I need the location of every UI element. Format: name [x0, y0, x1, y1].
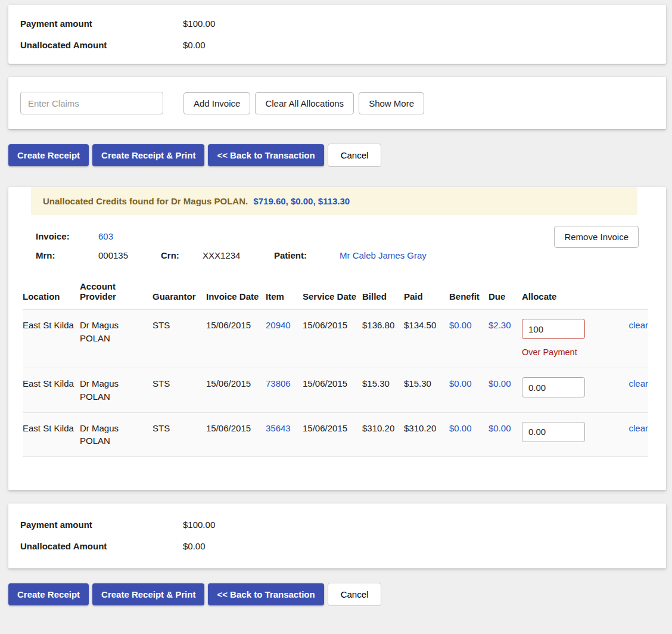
cancel-button[interactable]: Cancel [328, 583, 382, 606]
cell-guarantor: STS [153, 412, 206, 457]
payment-amount-row: Payment amount $100.00 [20, 18, 654, 29]
create-receipt-button[interactable]: Create Receipt [8, 583, 89, 605]
create-receipt-button[interactable]: Create Receipt [8, 144, 89, 166]
cell-service-date: 15/06/2015 [303, 310, 362, 368]
create-receipt-print-button[interactable]: Create Receipt & Print [92, 144, 204, 166]
benefit-link[interactable]: $0.00 [449, 378, 472, 389]
allocate-input[interactable] [522, 319, 585, 339]
benefit-link[interactable]: $0.00 [449, 423, 472, 433]
invoice-info: Invoice: 603 Mrn: 000135 Crn: XXX1234 Pa… [8, 215, 666, 260]
payment-amount-value: $100.00 [183, 520, 215, 530]
item-link[interactable]: 35643 [266, 423, 291, 433]
claims-input[interactable] [20, 92, 163, 114]
patient-details-row: Mrn: 000135 Crn: XXX1234 Patient: Mr Cal… [36, 250, 639, 260]
cancel-button[interactable]: Cancel [328, 144, 382, 167]
header-account-provider: Account Provider [80, 281, 153, 310]
header-allocate: Allocate [522, 281, 615, 310]
cell-provider: Dr Magus POLAN [80, 368, 153, 413]
table-row: East St Kilda Dr Magus POLAN STS 15/06/2… [23, 310, 648, 368]
due-link[interactable]: $2.30 [489, 320, 511, 330]
cell-benefit: $0.00 [449, 310, 489, 368]
claims-toolbar: Add Invoice Clear All Allocations Show M… [8, 77, 666, 129]
payment-amount-label: Payment amount [20, 18, 183, 29]
cell-allocate [522, 368, 615, 413]
allocate-input[interactable] [522, 377, 585, 397]
header-clear [615, 281, 648, 310]
cell-provider: Dr Magus POLAN [80, 310, 153, 368]
back-to-transaction-button[interactable]: << Back to Transaction [208, 583, 323, 605]
allocation-table-wrap: Location Account Provider Guarantor Invo… [8, 269, 666, 457]
header-guarantor: Guarantor [153, 281, 206, 310]
clear-all-allocations-button[interactable]: Clear All Allocations [255, 92, 354, 114]
clear-link[interactable]: clear [629, 423, 648, 433]
cell-location: East St Kilda [23, 412, 80, 457]
cell-due: $0.00 [489, 412, 522, 457]
header-location: Location [23, 281, 80, 310]
cell-billed: $310.20 [362, 412, 404, 457]
mrn-label: Mrn: [36, 250, 98, 260]
clear-link[interactable]: clear [629, 378, 648, 389]
item-link[interactable]: 73806 [266, 378, 291, 389]
cell-invoice-date: 15/06/2015 [206, 310, 266, 368]
create-receipt-print-button[interactable]: Create Receipt & Print [92, 583, 204, 605]
add-invoice-button[interactable]: Add Invoice [183, 92, 250, 114]
header-service-date: Service Date [303, 281, 362, 310]
invoice-label: Invoice: [36, 231, 98, 241]
header-paid: Paid [404, 281, 449, 310]
invoice-number-row: Invoice: 603 [36, 231, 639, 241]
benefit-link[interactable]: $0.00 [449, 320, 472, 330]
unallocated-amount-label: Unallocated Amount [20, 541, 183, 551]
alert-amounts: $719.60, $0.00, $113.30 [253, 196, 350, 206]
item-link[interactable]: 20940 [266, 320, 291, 330]
cell-billed: $136.80 [362, 310, 404, 368]
allocate-input[interactable] [522, 422, 585, 442]
cell-item: 20940 [266, 310, 303, 368]
header-item: Item [266, 281, 303, 310]
cell-benefit: $0.00 [449, 412, 489, 457]
cell-location: East St Kilda [23, 310, 80, 368]
show-more-button[interactable]: Show More [359, 92, 424, 114]
due-link[interactable]: $0.00 [489, 378, 511, 389]
payment-amount-row: Payment amount $100.00 [20, 520, 654, 530]
due-link[interactable]: $0.00 [489, 423, 511, 433]
patient-label: Patient: [274, 250, 340, 260]
patient-link[interactable]: Mr Caleb James Gray [340, 250, 427, 260]
cell-item: 73806 [266, 368, 303, 413]
cell-service-date: 15/06/2015 [303, 412, 362, 457]
header-due: Due [489, 281, 522, 310]
unallocated-amount-row: Unallocated Amount $0.00 [20, 541, 654, 551]
over-payment-warning: Over Payment [522, 346, 610, 359]
cell-paid: $15.30 [404, 368, 449, 413]
payment-amount-value: $100.00 [183, 18, 215, 29]
action-bar-top: Create Receipt Create Receipt & Print <<… [8, 144, 666, 167]
allocation-table: Location Account Provider Guarantor Invo… [23, 281, 648, 457]
table-row: East St Kilda Dr Magus POLAN STS 15/06/2… [23, 412, 648, 457]
cell-allocate [522, 412, 615, 457]
invoice-allocation-panel: Unallocated Credits found for Dr Magus P… [8, 187, 666, 490]
cell-guarantor: STS [153, 368, 206, 413]
unallocated-credits-alert: Unallocated Credits found for Dr Magus P… [31, 187, 637, 215]
payment-summary-top: Payment amount $100.00 Unallocated Amoun… [8, 5, 666, 64]
cell-paid: $310.20 [404, 412, 449, 457]
cell-service-date: 15/06/2015 [303, 368, 362, 413]
cell-item: 35643 [266, 412, 303, 457]
unallocated-amount-row: Unallocated Amount $0.00 [20, 40, 654, 50]
alert-text: Unallocated Credits found for Dr Magus P… [43, 196, 248, 206]
cell-billed: $15.30 [362, 368, 404, 413]
table-row: East St Kilda Dr Magus POLAN STS 15/06/2… [23, 368, 648, 413]
cell-invoice-date: 15/06/2015 [206, 412, 266, 457]
unallocated-amount-label: Unallocated Amount [20, 40, 183, 50]
table-header-row: Location Account Provider Guarantor Invo… [23, 281, 648, 310]
header-billed: Billed [362, 281, 404, 310]
header-invoice-date: Invoice Date [206, 281, 266, 310]
cell-invoice-date: 15/06/2015 [206, 368, 266, 413]
cell-clear: clear [615, 310, 648, 368]
invoice-number-link[interactable]: 603 [98, 231, 113, 241]
unallocated-amount-value: $0.00 [183, 541, 206, 551]
back-to-transaction-button[interactable]: << Back to Transaction [208, 144, 323, 166]
remove-invoice-button[interactable]: Remove Invoice [554, 226, 639, 248]
clear-link[interactable]: clear [629, 320, 648, 330]
header-benefit: Benefit [449, 281, 489, 310]
payment-summary-bottom: Payment amount $100.00 Unallocated Amoun… [8, 504, 666, 568]
mrn-value: 000135 [98, 250, 161, 260]
